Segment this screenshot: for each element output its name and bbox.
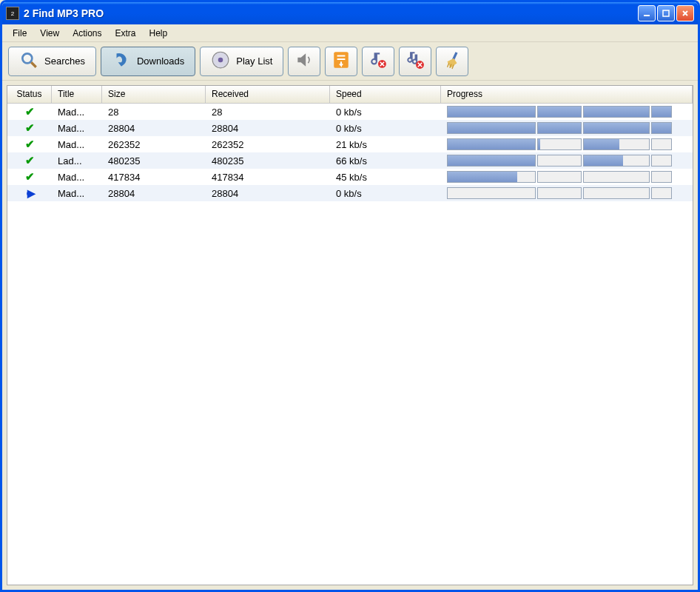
remove-tracks-button[interactable] — [399, 47, 431, 76]
searches-button[interactable]: Searches — [8, 47, 96, 76]
received-cell: 28804 — [206, 123, 330, 134]
progress-segment — [583, 171, 650, 183]
progress-segment — [537, 106, 582, 118]
close-button[interactable] — [676, 5, 694, 21]
svg-point-2 — [22, 53, 32, 63]
searches-label: Searches — [44, 56, 85, 67]
progress-cell — [441, 122, 693, 134]
speaker-button[interactable] — [288, 47, 320, 76]
progress-segment — [537, 187, 582, 199]
minimize-button[interactable] — [638, 5, 656, 21]
size-cell: 28 — [102, 107, 206, 118]
status-cell: ▪▪▶ — [7, 187, 52, 199]
progress-segment — [583, 106, 650, 118]
playlist-button[interactable]: Play List — [200, 47, 283, 76]
list-download-icon — [332, 50, 351, 72]
downloads-label: Downloads — [137, 56, 184, 67]
search-icon — [19, 50, 38, 72]
progress-segment — [447, 187, 536, 199]
progress-segment — [651, 138, 672, 150]
download-arrow-icon — [112, 50, 131, 72]
menu-view[interactable]: View — [34, 26, 65, 41]
menu-actions[interactable]: Actions — [67, 26, 107, 41]
progress-bar — [447, 171, 685, 183]
title-cell: Lad... — [52, 155, 102, 166]
menubar: File View Actions Extra Help — [2, 24, 698, 42]
progress-cell — [441, 171, 693, 183]
status-cell: ✔ — [7, 121, 52, 135]
table-row[interactable]: ▪▪▶Mad...28804288040 kb/s — [7, 185, 693, 201]
maximize-button[interactable] — [657, 5, 675, 21]
progress-cell — [441, 106, 693, 118]
progress-bar — [447, 187, 685, 199]
music-remove-icon — [368, 50, 388, 72]
progress-segment — [447, 138, 536, 150]
progress-segment — [651, 122, 672, 134]
app-icon: 2 — [6, 7, 19, 20]
col-progress[interactable]: Progress — [441, 86, 693, 103]
progress-segment — [583, 122, 650, 134]
progress-segment — [537, 171, 582, 183]
menu-extra[interactable]: Extra — [110, 26, 142, 41]
speed-cell: 21 kb/s — [330, 139, 441, 150]
check-icon: ✔ — [25, 105, 35, 118]
speaker-icon — [295, 50, 314, 72]
progress-cell — [441, 187, 693, 199]
size-cell: 28804 — [102, 123, 206, 134]
progress-segment — [447, 155, 536, 166]
remove-track-button[interactable] — [362, 47, 394, 76]
progress-segment — [537, 138, 582, 150]
progress-bar — [447, 122, 685, 134]
disc-icon — [211, 50, 230, 72]
check-icon: ✔ — [25, 121, 35, 135]
downloads-table: Status Title Size Received Speed Progres… — [7, 85, 693, 585]
window-title: 2 Find MP3 PRO — [24, 7, 638, 19]
status-cell: ✔ — [7, 154, 52, 167]
size-cell: 480235 — [102, 155, 206, 166]
progress-bar — [447, 106, 685, 118]
table-row[interactable]: ✔Lad...48023548023566 kb/s — [7, 152, 693, 169]
progress-segment — [651, 155, 672, 166]
table-body[interactable]: ✔Mad...28280 kb/s✔Mad...28804288040 kb/s… — [7, 104, 693, 585]
downloads-button[interactable]: Downloads — [101, 47, 195, 76]
svg-point-5 — [218, 58, 223, 63]
title-cell: Mad... — [52, 107, 102, 118]
progress-segment — [651, 106, 672, 118]
menu-file[interactable]: File — [7, 26, 33, 41]
speed-cell: 66 kb/s — [330, 155, 441, 166]
progress-segment — [447, 171, 536, 183]
col-status[interactable]: Status — [7, 86, 52, 103]
received-cell: 417834 — [206, 172, 330, 183]
progress-bar — [447, 155, 685, 166]
title-cell: Mad... — [52, 188, 102, 199]
col-speed[interactable]: Speed — [330, 86, 441, 103]
speed-cell: 0 kb/s — [330, 188, 441, 199]
progress-segment — [583, 138, 650, 150]
progress-segment — [651, 187, 672, 199]
menu-help[interactable]: Help — [144, 26, 174, 41]
app-window: 2 2 Find MP3 PRO File View Actions Extra… — [0, 0, 700, 592]
col-received[interactable]: Received — [206, 86, 330, 103]
check-icon: ✔ — [25, 138, 35, 151]
table-row[interactable]: ✔Mad...28804288040 kb/s — [7, 120, 693, 136]
speed-cell: 0 kb/s — [330, 123, 441, 134]
size-cell: 417834 — [102, 172, 206, 183]
table-row[interactable]: ✔Mad...41783441783445 kb/s — [7, 169, 693, 185]
progress-segment — [537, 122, 582, 134]
svg-rect-1 — [663, 10, 669, 16]
progress-bar — [447, 138, 685, 150]
broom-icon — [442, 50, 462, 72]
titlebar[interactable]: 2 2 Find MP3 PRO — [2, 2, 698, 24]
table-row[interactable]: ✔Mad...26235226235221 kb/s — [7, 136, 693, 152]
received-cell: 28804 — [206, 188, 330, 199]
progress-segment — [583, 187, 650, 199]
col-title[interactable]: Title — [52, 86, 102, 103]
table-header: Status Title Size Received Speed Progres… — [7, 86, 693, 104]
status-cell: ✔ — [7, 105, 52, 118]
check-icon: ✔ — [25, 170, 35, 184]
clean-button[interactable] — [436, 47, 468, 76]
download-queue-button[interactable] — [325, 47, 357, 76]
progress-segment — [651, 171, 672, 183]
table-row[interactable]: ✔Mad...28280 kb/s — [7, 104, 693, 120]
col-size[interactable]: Size — [102, 86, 206, 103]
